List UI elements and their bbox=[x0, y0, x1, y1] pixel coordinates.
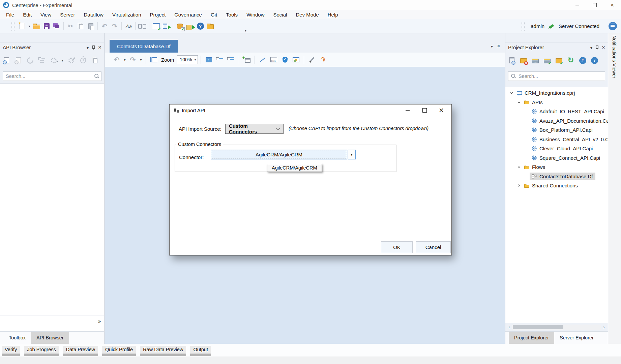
feedback-chat-icon[interactable] bbox=[608, 21, 618, 31]
fit-window-icon[interactable] bbox=[204, 55, 214, 65]
save-all-icon[interactable] bbox=[52, 21, 62, 31]
share-api-icon[interactable] bbox=[78, 55, 88, 65]
toolbar-overflow-icon[interactable]: ▾ bbox=[245, 29, 246, 32]
dialog-minimize-button[interactable] bbox=[399, 105, 416, 115]
caret-icon[interactable] bbox=[60, 59, 64, 62]
overflow-chevron-icon[interactable]: » bbox=[98, 318, 100, 324]
redo-icon[interactable] bbox=[110, 21, 120, 31]
close-document-icon[interactable] bbox=[497, 43, 500, 49]
auto-layout-icon[interactable] bbox=[318, 55, 328, 65]
draw-link-icon[interactable] bbox=[258, 55, 268, 65]
copy-icon[interactable] bbox=[76, 21, 86, 31]
search-input[interactable] bbox=[508, 71, 605, 81]
dialog-title-bar[interactable]: Import API bbox=[170, 104, 451, 116]
find-icon[interactable] bbox=[137, 21, 147, 31]
caret-icon[interactable] bbox=[139, 58, 143, 62]
tree-item-flows[interactable]: Flows bbox=[505, 162, 608, 172]
scroll-left-icon[interactable]: ‹ bbox=[507, 325, 512, 330]
close-icon[interactable] bbox=[98, 44, 101, 51]
tree-item-clever-cloud-api-capi[interactable]: Clever_Cloud_API.Capi bbox=[505, 144, 608, 153]
remove-folder-icon[interactable] bbox=[519, 55, 529, 65]
export-api-icon[interactable] bbox=[13, 55, 23, 65]
collapse-nodes-icon[interactable] bbox=[215, 55, 225, 65]
menu-edit[interactable]: Edit bbox=[19, 10, 36, 19]
toolbar-grip[interactable] bbox=[522, 22, 525, 31]
tree-item-contactstodatabase-df[interactable]: ContactsToDatabase.Df bbox=[505, 172, 608, 181]
edit-api-icon[interactable] bbox=[66, 55, 76, 65]
caret-icon[interactable] bbox=[27, 24, 31, 28]
tree-item-adafruit-io-rest-api-capi[interactable]: Adafruit_IO_REST_API.Capi bbox=[505, 107, 608, 116]
bottom-tab-output[interactable]: Output bbox=[190, 346, 211, 356]
menu-help[interactable]: Help bbox=[323, 10, 343, 19]
menu-window[interactable]: Window bbox=[242, 10, 269, 19]
data-preview-icon[interactable] bbox=[269, 55, 279, 65]
bottom-tab-job-progress[interactable]: Job Progress bbox=[24, 346, 59, 356]
menu-project[interactable]: Project bbox=[145, 10, 170, 19]
help-icon[interactable] bbox=[195, 21, 205, 31]
tree-item-square-connect-api-capi[interactable]: Square_Connect_API.Capi bbox=[505, 153, 608, 163]
add-table-icon[interactable] bbox=[242, 55, 252, 65]
scrollbar-thumb[interactable] bbox=[513, 325, 563, 329]
copy-api-icon[interactable] bbox=[90, 55, 100, 65]
verify-window-icon[interactable] bbox=[151, 21, 161, 31]
menu-view[interactable]: View bbox=[36, 10, 56, 19]
bottom-tab-verify[interactable]: Verify bbox=[2, 346, 20, 356]
start-dataflow-icon[interactable] bbox=[161, 21, 171, 31]
database-check-icon[interactable] bbox=[175, 21, 185, 31]
expand-nodes-icon[interactable] bbox=[226, 55, 236, 65]
undo-icon[interactable] bbox=[112, 55, 122, 65]
image-window-icon[interactable] bbox=[291, 55, 301, 65]
paste-icon[interactable] bbox=[86, 21, 96, 31]
folder-check-icon[interactable] bbox=[554, 55, 564, 65]
archive-check-icon[interactable] bbox=[542, 55, 552, 65]
refresh-project-icon[interactable] bbox=[566, 55, 576, 65]
connector-combobox[interactable]: AgileCRM/AgileCRM bbox=[211, 150, 347, 159]
menu-server[interactable]: Server bbox=[56, 10, 79, 19]
import-data-icon[interactable] bbox=[185, 21, 195, 31]
pin-icon[interactable] bbox=[92, 45, 95, 50]
ok-button[interactable]: OK bbox=[381, 241, 413, 253]
api-settings-icon[interactable] bbox=[49, 55, 59, 65]
search-input[interactable] bbox=[3, 71, 101, 81]
edit-flow-icon[interactable] bbox=[307, 55, 317, 65]
scroll-right-icon[interactable]: › bbox=[601, 325, 607, 330]
search-icon[interactable] bbox=[511, 74, 516, 79]
tree-item-box-platform-api-capi[interactable]: Box_Platform_API.Capi bbox=[505, 125, 608, 135]
caret-icon[interactable] bbox=[123, 58, 127, 62]
menu-git[interactable]: Git bbox=[206, 10, 221, 19]
undo-icon[interactable] bbox=[99, 21, 110, 31]
bottom-tab-data-preview[interactable]: Data Preview bbox=[63, 346, 98, 356]
expander-open-icon[interactable] bbox=[508, 91, 515, 95]
redo-icon[interactable] bbox=[128, 55, 138, 65]
api-import-source-select[interactable]: Custom Connectors bbox=[225, 124, 284, 134]
menu-file[interactable]: File bbox=[2, 10, 19, 19]
cancel-button[interactable]: Cancel bbox=[416, 241, 451, 253]
dialog-maximize-button[interactable] bbox=[416, 105, 433, 115]
new-document-icon[interactable] bbox=[17, 21, 27, 31]
tree-item-business-central-api-v2-0-cap[interactable]: Business_Central_API_v2_0.Cap bbox=[505, 135, 608, 144]
scrollbar-track[interactable] bbox=[512, 325, 601, 330]
preview-window-icon[interactable] bbox=[149, 55, 159, 65]
tree-view-icon[interactable] bbox=[37, 55, 47, 65]
tab-list-icon[interactable] bbox=[491, 43, 493, 49]
bottom-tab-raw-data-preview[interactable]: Raw Data Preview bbox=[140, 346, 186, 356]
open-project-icon[interactable] bbox=[31, 21, 41, 31]
document-tab[interactable]: ContactsToDatabase.Df bbox=[110, 40, 178, 53]
api-browser-list[interactable] bbox=[0, 83, 104, 315]
notifications-viewer-strip[interactable]: Notifications Viewer bbox=[608, 33, 621, 344]
font-options-icon[interactable] bbox=[123, 21, 134, 31]
dock-tab-api-browser[interactable]: API Browser bbox=[31, 332, 69, 344]
menu-dev-mode[interactable]: Dev Mode bbox=[291, 10, 323, 19]
project-settings-icon[interactable] bbox=[507, 55, 517, 65]
maximize-button[interactable] bbox=[586, 0, 603, 10]
menu-virtualization[interactable]: Virtualization bbox=[108, 10, 146, 19]
dock-tab-toolbox[interactable]: Toolbox bbox=[3, 332, 31, 344]
expander-open-icon[interactable] bbox=[515, 165, 522, 169]
dock-tab-server-explorer[interactable]: Server Explorer bbox=[554, 332, 599, 344]
search-icon[interactable] bbox=[94, 74, 99, 79]
archive-project-icon[interactable] bbox=[530, 55, 540, 65]
expander-closed-icon[interactable] bbox=[515, 184, 522, 187]
dock-tab-project-explorer[interactable]: Project Explorer bbox=[509, 332, 554, 344]
zoom-combobox[interactable]: 100% ▾ bbox=[177, 55, 198, 64]
close-icon[interactable] bbox=[602, 44, 605, 51]
